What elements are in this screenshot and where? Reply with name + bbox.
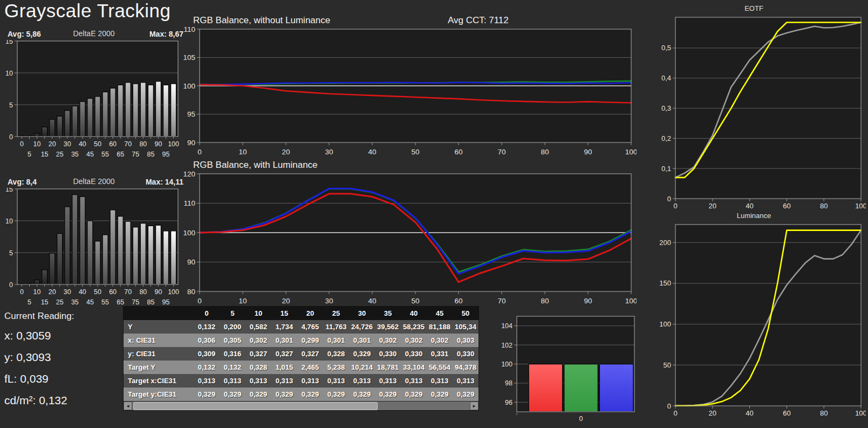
svg-text:75: 75 xyxy=(132,151,139,158)
deltae-top-panel: Avg: 5,86 DeltaE 2000 Max: 8,67 05101520… xyxy=(3,28,184,160)
table-col-header: 45 xyxy=(427,307,453,320)
table-cell: 0,299 xyxy=(297,334,323,347)
table-cell: 0,313 xyxy=(297,374,323,388)
svg-text:40: 40 xyxy=(368,148,376,156)
table-cell: 0,302 xyxy=(375,334,401,347)
svg-text:25: 25 xyxy=(56,151,64,158)
luminance-svg: 020406080100050100150200 xyxy=(642,221,866,417)
rgb-levels-chart: 09698100102104 xyxy=(502,313,638,425)
svg-text:200: 200 xyxy=(659,239,671,247)
svg-text:15: 15 xyxy=(41,151,49,158)
deltae-top-avg-label: Avg: 5,86 xyxy=(8,30,41,38)
scroll-left-button[interactable]: ◄ xyxy=(124,402,132,410)
table-cell: 1,734 xyxy=(271,320,297,334)
rgb-levels-panel: 09698100102104 xyxy=(502,313,638,425)
svg-text:25: 25 xyxy=(56,298,64,306)
svg-text:15: 15 xyxy=(5,40,13,45)
svg-text:0: 0 xyxy=(9,281,13,289)
measurement-table: 05101520253035404550Y0,1320,2000,5821,73… xyxy=(123,306,479,411)
table-cell: 0,329 xyxy=(401,388,427,401)
svg-text:100: 100 xyxy=(183,229,195,237)
svg-text:150: 150 xyxy=(659,279,671,287)
eotf-panel: EOTF 02040608010000,10,20,30,40,5 xyxy=(642,4,866,213)
svg-text:96: 96 xyxy=(505,399,512,406)
table-header-row: 05101520253035404550 xyxy=(124,307,479,320)
scrollbar-thumb[interactable] xyxy=(133,402,378,410)
svg-text:80: 80 xyxy=(541,297,549,305)
table-cell: 0,132 xyxy=(194,361,220,374)
svg-text:0: 0 xyxy=(197,148,202,156)
svg-text:60: 60 xyxy=(783,409,790,417)
current-reading: Current Reading: x: 0,3059 y: 0,3093 fL:… xyxy=(4,311,74,416)
deltae_bottom-svg: 0510152025303540455055606570758085909510… xyxy=(3,188,184,308)
table-cell: 0,329 xyxy=(245,388,271,401)
reading-x: x: 0,3059 xyxy=(4,329,74,342)
svg-text:60: 60 xyxy=(783,202,790,210)
svg-text:100: 100 xyxy=(659,320,671,328)
table-cell: 1,015 xyxy=(271,361,297,374)
svg-text:40: 40 xyxy=(746,409,753,417)
svg-text:0,4: 0,4 xyxy=(661,74,671,82)
svg-text:50: 50 xyxy=(411,148,419,156)
svg-text:60: 60 xyxy=(454,148,462,156)
svg-text:10: 10 xyxy=(238,297,247,305)
svg-text:10: 10 xyxy=(238,148,247,156)
svg-text:40: 40 xyxy=(746,202,753,210)
svg-text:15: 15 xyxy=(5,188,13,193)
scroll-right-button[interactable]: ► xyxy=(470,402,479,410)
table-col-header: 25 xyxy=(323,307,349,320)
current-reading-title: Current Reading: xyxy=(4,311,74,322)
svg-text:40: 40 xyxy=(79,288,86,296)
scrollbar-track[interactable] xyxy=(132,402,470,410)
svg-text:55: 55 xyxy=(101,151,109,158)
table-cell: 94,378 xyxy=(453,361,479,374)
svg-text:0: 0 xyxy=(673,409,677,417)
svg-text:85: 85 xyxy=(147,151,154,158)
table-cell: 0,302 xyxy=(427,334,453,347)
table-cell: 0,327 xyxy=(245,347,271,361)
table-cell: 0,313 xyxy=(453,374,479,388)
table-cell: 0,328 xyxy=(323,347,349,361)
table-cell: 0,303 xyxy=(453,334,479,347)
svg-text:20: 20 xyxy=(49,140,56,148)
svg-text:65: 65 xyxy=(117,151,124,158)
svg-text:80: 80 xyxy=(820,202,828,210)
table-cell: 0,327 xyxy=(271,347,297,361)
svg-text:30: 30 xyxy=(64,288,71,296)
rgb-with-title: RGB Balance, with Luminance xyxy=(193,160,318,171)
table-cell: 0,329 xyxy=(194,388,220,401)
svg-text:100: 100 xyxy=(855,409,866,417)
table-cell: 0,313 xyxy=(194,374,220,388)
table-cell: 0,329 xyxy=(271,388,297,401)
svg-text:90: 90 xyxy=(187,139,195,147)
svg-text:90: 90 xyxy=(584,297,592,305)
svg-text:80: 80 xyxy=(820,409,828,417)
table-cell: 0,305 xyxy=(220,334,245,347)
table-cell: 0,313 xyxy=(323,374,349,388)
table-cell: 0,132 xyxy=(220,361,245,374)
svg-text:5: 5 xyxy=(28,151,31,158)
svg-text:20: 20 xyxy=(709,202,716,210)
table-col-header: 50 xyxy=(453,307,479,320)
table-scrollbar[interactable]: ◄► xyxy=(124,401,479,410)
table-row-label: Target x:CIE31 xyxy=(124,374,194,388)
svg-text:5: 5 xyxy=(9,249,13,257)
table-cell: 11,763 xyxy=(323,320,349,334)
table-cell: 0,329 xyxy=(349,347,375,361)
svg-text:30: 30 xyxy=(64,140,71,148)
svg-text:95: 95 xyxy=(162,298,170,306)
table-cell: 2,465 xyxy=(297,361,323,374)
table-cell: 5,238 xyxy=(323,361,349,374)
svg-text:35: 35 xyxy=(71,298,79,306)
rgb_levels-svg: 09698100102104 xyxy=(502,313,638,425)
svg-text:0,2: 0,2 xyxy=(661,134,671,142)
table-corner-cell xyxy=(124,307,194,320)
table-row-label: x: CIE31 xyxy=(124,334,194,347)
rgb_with-svg: 01020304050607080901008090100110120 xyxy=(182,172,637,307)
table-col-header: 40 xyxy=(401,307,427,320)
table-col-header: 10 xyxy=(245,307,271,320)
table-row: Target x:CIE310,3130,3130,3130,3130,3130… xyxy=(124,374,479,388)
svg-text:95: 95 xyxy=(162,151,170,158)
table-cell: 0,330 xyxy=(375,347,401,361)
table-row-label: Target y:CIE31 xyxy=(124,388,194,401)
